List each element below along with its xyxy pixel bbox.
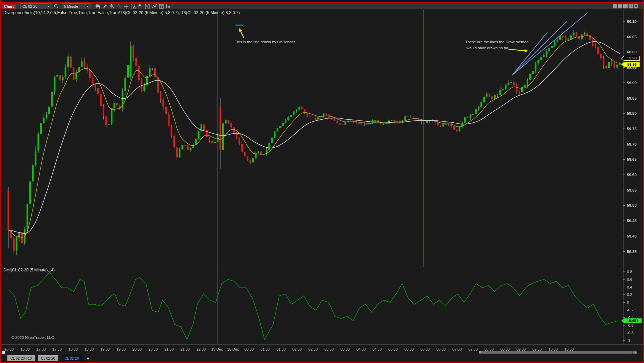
chevron-down-icon bbox=[86, 6, 89, 7]
time-axis[interactable]: 16:0016:3017:0017:3018:0018:3019:0019:30… bbox=[4, 345, 574, 351]
svg-text:0.4: 0.4 bbox=[627, 285, 633, 289]
svg-text:18:00: 18:00 bbox=[68, 347, 78, 351]
svg-text:59.50: 59.50 bbox=[627, 203, 637, 207]
svg-text:04:00: 04:00 bbox=[357, 347, 366, 351]
chart-canvas[interactable]: 60.1060.0560.0059.9559.9059.8559.8059.75… bbox=[0, 0, 644, 363]
annotation-arrow bbox=[508, 49, 525, 51]
svg-text:19:00: 19:00 bbox=[100, 347, 110, 351]
toolbar: Chart CL 02-20 5 Minute – ❐ ✕ bbox=[1, 3, 643, 10]
svg-text:0: 0 bbox=[627, 300, 629, 304]
instrument-selector[interactable]: CL 02-20 bbox=[20, 3, 52, 9]
titlebar bbox=[0, 0, 644, 2]
search-icon[interactable] bbox=[54, 4, 59, 9]
dmi-line bbox=[8, 272, 618, 340]
price-axis[interactable]: 60.1060.0560.0059.9559.9059.8559.8059.75… bbox=[623, 19, 637, 254]
draw-method-annotation-line1: These are the lines the Draw method bbox=[465, 39, 529, 45]
svg-text:59.40: 59.40 bbox=[627, 234, 637, 238]
dmi-axis[interactable]: 0.80.60.40.20-0.2-0.4-0.6-0.8-1 bbox=[623, 270, 634, 343]
instrument-value: CL 02-20 bbox=[22, 4, 38, 8]
horizontal-scrollbar[interactable] bbox=[479, 351, 633, 354]
svg-text:59.85: 59.85 bbox=[627, 96, 637, 100]
svg-text:59.95: 59.95 bbox=[627, 65, 637, 69]
svg-text:05:00: 05:00 bbox=[388, 347, 398, 351]
annotation-arrowhead bbox=[239, 28, 242, 32]
onrender-annotation: This is the line drawn by OnRender bbox=[235, 40, 295, 44]
splitter-handle[interactable] bbox=[2, 351, 5, 354]
interval-value: 5 Minute bbox=[64, 4, 78, 8]
instrument-link-button[interactable] bbox=[613, 4, 617, 8]
chart-style-icon[interactable] bbox=[95, 4, 101, 9]
chart-badge[interactable]: Chart bbox=[2, 4, 16, 9]
session-lines bbox=[218, 9, 424, 344]
draw-method-annotation-line2: would have drawn so far bbox=[465, 45, 529, 51]
svg-text:60.10: 60.10 bbox=[627, 19, 637, 23]
annotation-arrowhead bbox=[525, 49, 528, 52]
restore-button[interactable]: ❐ bbox=[629, 4, 633, 8]
svg-text:21:00: 21:00 bbox=[164, 347, 174, 351]
svg-text:59.70: 59.70 bbox=[627, 142, 637, 146]
svg-text:06:00: 06:00 bbox=[420, 347, 430, 351]
svg-text:59.65: 59.65 bbox=[627, 157, 637, 161]
svg-text:59.45: 59.45 bbox=[627, 219, 637, 223]
chart-trader-icon[interactable] bbox=[130, 4, 136, 9]
svg-text:07:30: 07:30 bbox=[469, 347, 478, 351]
scrollbar-right-button[interactable] bbox=[633, 351, 637, 354]
crosshair-icon[interactable] bbox=[123, 4, 129, 9]
dmi-plot bbox=[8, 272, 618, 340]
data-series-icon[interactable] bbox=[166, 4, 171, 9]
svg-text:04:30: 04:30 bbox=[372, 347, 382, 351]
window-border bbox=[0, 0, 644, 363]
copyright-text: © 2020 NinjaTrader, LLC bbox=[11, 335, 54, 340]
svg-text:20:00: 20:00 bbox=[132, 347, 142, 351]
moving-averages bbox=[8, 36, 620, 238]
toolbar-icons bbox=[95, 4, 171, 9]
t3-fast-line bbox=[8, 36, 620, 238]
pencil-icon[interactable] bbox=[102, 4, 108, 9]
indicators-icon[interactable] bbox=[152, 4, 157, 9]
tab-cl-02-20[interactable]: CL 02-20 bbox=[38, 355, 58, 361]
svg-text:0.2: 0.2 bbox=[627, 293, 632, 297]
close-button[interactable]: ✕ bbox=[634, 4, 638, 8]
tab-cl-02-20-active[interactable]: CL 02-20 bbox=[61, 355, 82, 361]
draw-method-line bbox=[512, 21, 567, 75]
annotation-arrow bbox=[241, 32, 244, 38]
window-buttons: – ❐ ✕ bbox=[613, 4, 638, 8]
svg-text:59.60: 59.60 bbox=[627, 173, 637, 177]
svg-text:21:30: 21:30 bbox=[180, 347, 190, 351]
chevron-down-icon bbox=[47, 6, 50, 7]
properties-icon[interactable] bbox=[159, 4, 164, 9]
panel-separators bbox=[1, 9, 643, 345]
svg-text:59.75: 59.75 bbox=[627, 127, 637, 131]
bar-marker-icon[interactable] bbox=[145, 4, 150, 9]
svg-text:00:30: 00:30 bbox=[245, 347, 254, 351]
add-tab-button[interactable]: + bbox=[85, 356, 91, 361]
svg-text:59.80: 59.80 bbox=[627, 111, 637, 115]
scrollbar-grip[interactable] bbox=[479, 351, 481, 353]
svg-text:-1: -1 bbox=[627, 339, 630, 343]
alerts-icon[interactable] bbox=[138, 4, 143, 9]
svg-text:01:30: 01:30 bbox=[276, 347, 286, 351]
svg-text:17:00: 17:00 bbox=[37, 347, 46, 351]
svg-text:-0.6: -0.6 bbox=[627, 323, 634, 327]
svg-text:22:00: 22:00 bbox=[197, 347, 206, 351]
t3-slow-line bbox=[8, 42, 620, 234]
tab-cl-02-20-t10[interactable]: CL 02-20 T10 bbox=[7, 355, 35, 361]
svg-text:59.35: 59.35 bbox=[627, 250, 637, 254]
svg-text:-0.2: -0.2 bbox=[627, 308, 634, 312]
svg-text:02:00: 02:00 bbox=[292, 347, 302, 351]
interval-selector[interactable]: 5 Minute bbox=[62, 3, 91, 9]
zoom-in-icon[interactable] bbox=[109, 4, 115, 9]
drawing-objects bbox=[235, 13, 588, 75]
svg-text:59.55: 59.55 bbox=[627, 188, 637, 192]
interval-link-button[interactable] bbox=[618, 4, 622, 8]
minimize-button[interactable]: – bbox=[623, 4, 628, 8]
svg-text:16 Dec: 16 Dec bbox=[227, 347, 239, 351]
svg-text:06:30: 06:30 bbox=[436, 347, 446, 351]
svg-text:60.05: 60.05 bbox=[627, 35, 637, 39]
svg-text:59.90: 59.90 bbox=[627, 81, 637, 85]
svg-text:17:30: 17:30 bbox=[52, 347, 62, 351]
svg-text:19:30: 19:30 bbox=[116, 347, 126, 351]
zoom-out-icon[interactable] bbox=[116, 4, 122, 9]
svg-text:18:30: 18:30 bbox=[85, 347, 94, 351]
svg-text:03:30: 03:30 bbox=[340, 347, 350, 351]
